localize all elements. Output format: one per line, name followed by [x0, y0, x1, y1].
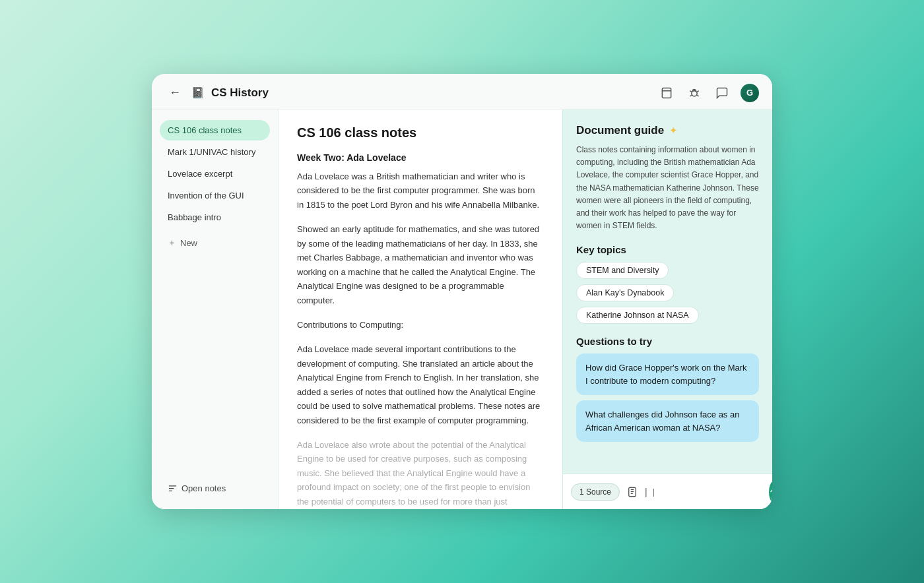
- right-panel: Document guide ✦ Class notes containing …: [562, 109, 772, 509]
- question-card-2[interactable]: What challenges did Johnson face as an A…: [576, 400, 759, 442]
- app-window: ← 📓 CS History G CS 106 class notes Mark…: [152, 74, 772, 509]
- guide-title-row: Document guide ✦: [576, 124, 759, 137]
- sidebar-item-babbage[interactable]: Babbage intro: [160, 207, 270, 228]
- header-title: CS History: [211, 86, 269, 100]
- sidebar-item-lovelace[interactable]: Lovelace excerpt: [160, 164, 270, 184]
- avatar[interactable]: G: [741, 84, 759, 102]
- topics-row: STEM and Diversity Alan Kay's Dynabook K…: [576, 262, 759, 324]
- guide-title: Document guide: [576, 124, 664, 137]
- send-button[interactable]: [769, 481, 772, 503]
- bookmark-icon[interactable]: [657, 84, 676, 102]
- open-notes-label: Open notes: [182, 483, 226, 493]
- chat-icon[interactable]: [713, 84, 731, 102]
- source-chip[interactable]: 1 Source: [571, 483, 620, 501]
- guide-description: Class notes containing information about…: [576, 144, 759, 232]
- new-note-button[interactable]: ＋ New: [160, 231, 270, 254]
- back-button[interactable]: ←: [165, 84, 185, 101]
- topic-chip-johnson[interactable]: Katherine Johnson at NASA: [576, 307, 699, 324]
- svg-rect-2: [629, 487, 636, 497]
- doc-title: CS 106 class notes: [297, 125, 544, 140]
- topic-chip-dynabook[interactable]: Alan Kay's Dynabook: [576, 284, 674, 301]
- main-content: CS 106 class notes Week Two: Ada Lovelac…: [279, 109, 562, 509]
- header-actions: G: [657, 84, 759, 102]
- question-card-1[interactable]: How did Grace Hopper's work on the Mark …: [576, 353, 759, 395]
- paragraph-1: Ada Lovelace was a British mathematician…: [297, 169, 544, 212]
- questions-label: Questions to try: [576, 336, 759, 347]
- header-left: ← 📓 CS History: [165, 84, 269, 101]
- paragraph-5: Ada Lovelace also wrote about the potent…: [297, 438, 544, 509]
- chat-input[interactable]: [653, 487, 764, 497]
- input-bar: 1 Source |: [563, 474, 772, 509]
- svg-point-1: [692, 90, 697, 96]
- paragraph-4: Ada Lovelace made several important cont…: [297, 342, 544, 427]
- body: CS 106 class notes Mark 1/UNIVAC history…: [152, 109, 772, 509]
- sidebar-item-mark1[interactable]: Mark 1/UNIVAC history: [160, 142, 270, 162]
- notes-icon: [168, 483, 178, 493]
- paragraph-3: Contributions to Computing:: [297, 318, 544, 332]
- attach-button[interactable]: [625, 485, 640, 499]
- open-notes-button[interactable]: Open notes: [160, 478, 270, 499]
- cursor-indicator: |: [645, 487, 647, 497]
- header: ← 📓 CS History G: [152, 74, 772, 109]
- guide-star-icon: ✦: [669, 125, 678, 137]
- sidebar: CS 106 class notes Mark 1/UNIVAC history…: [152, 109, 279, 509]
- section-heading: Week Two: Ada Lovelace: [297, 152, 544, 163]
- paragraph-2: Showed an early aptitude for mathematics…: [297, 222, 544, 307]
- bug-icon[interactable]: [685, 84, 704, 102]
- notebook-icon: 📓: [191, 86, 205, 100]
- guide-panel: Document guide ✦ Class notes containing …: [563, 109, 772, 474]
- plus-icon: ＋: [168, 237, 176, 249]
- sidebar-item-cs106[interactable]: CS 106 class notes: [160, 120, 270, 140]
- questions-section: Questions to try How did Grace Hopper's …: [576, 336, 759, 442]
- svg-rect-0: [662, 88, 671, 98]
- sidebar-item-invention[interactable]: Invention of the GUI: [160, 185, 270, 206]
- topic-chip-stem[interactable]: STEM and Diversity: [576, 262, 669, 279]
- key-topics-label: Key topics: [576, 244, 759, 255]
